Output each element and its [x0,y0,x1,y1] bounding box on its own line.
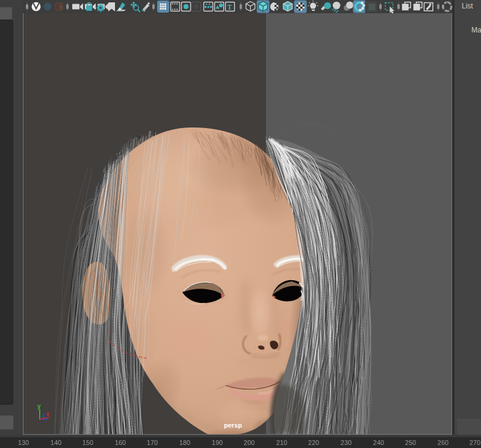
svg-text:T: T [228,4,232,11]
svg-text:x: x [46,411,50,417]
svg-text:persp: persp [224,422,242,429]
svg-text:y: y [37,403,41,410]
svg-text:z: z [42,412,45,419]
